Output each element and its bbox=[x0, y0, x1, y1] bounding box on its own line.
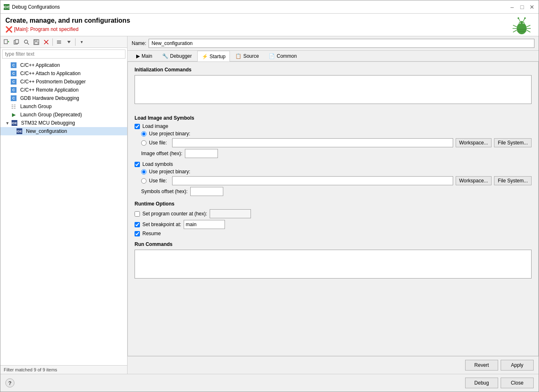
title-controls: – □ ✕ bbox=[509, 4, 535, 10]
header-title: Create, manage, and run configurations bbox=[5, 17, 534, 24]
use-file-symbols-label[interactable]: Use file: bbox=[149, 178, 170, 184]
tab-source[interactable]: 📋 Source bbox=[231, 51, 263, 61]
header-section: Create, manage, and run configurations ❌… bbox=[0, 14, 539, 36]
run-commands-textarea[interactable] bbox=[135, 250, 532, 279]
symbols-offset-row: Symbols offset (hex): bbox=[135, 187, 532, 196]
tree-item-stm32-label: STM32 MCU Debugging bbox=[21, 120, 75, 126]
image-offset-label: Image offset (hex): bbox=[141, 151, 182, 156]
use-project-binary-image-label[interactable]: Use project binary: bbox=[149, 131, 190, 137]
init-commands-textarea[interactable] bbox=[135, 75, 532, 104]
init-commands-section: Initialization Commands bbox=[135, 67, 532, 110]
tree-item-cpp-remote[interactable]: C C/C++ Remote Application bbox=[0, 86, 127, 94]
toolbar-separator-2 bbox=[75, 38, 76, 46]
load-image-row: Load image bbox=[135, 123, 532, 129]
maximize-button[interactable]: □ bbox=[519, 4, 525, 10]
load-symbols-checkbox[interactable] bbox=[135, 162, 140, 167]
tab-main-label: Main bbox=[142, 53, 152, 59]
bp-input[interactable] bbox=[184, 220, 225, 229]
tabs-bar: ▶ Main 🔧 Debugger ⚡ Startup 📋 Source 📄 bbox=[128, 51, 539, 61]
set-bp-label[interactable]: Set breakpoint at: bbox=[142, 222, 181, 227]
debug-configurations-window: IDE Debug Configurations – □ ✕ Create, m… bbox=[0, 0, 539, 392]
tab-main-icon: ▶ bbox=[136, 53, 140, 59]
help-button[interactable]: ? bbox=[5, 378, 14, 387]
apply-button[interactable]: Apply bbox=[501, 360, 534, 371]
tree-item-cpp-attach-label: C/C++ Attach to Application bbox=[20, 71, 80, 76]
tree-item-launch-group[interactable]: ☷ Launch Group bbox=[0, 102, 127, 111]
delete-button[interactable] bbox=[42, 38, 51, 47]
tree-item-launch-group-deprecated[interactable]: ▶ Launch Group (Deprecated) bbox=[0, 111, 127, 119]
svg-marker-32 bbox=[67, 41, 71, 43]
toolbar-separator-1 bbox=[52, 38, 53, 46]
filesystem-button-1[interactable]: File System... bbox=[494, 138, 532, 147]
stm32-icon: IDE bbox=[11, 120, 18, 126]
set-bp-checkbox[interactable] bbox=[135, 222, 140, 227]
tree-item-cpp-attach[interactable]: C C/C++ Attach to Application bbox=[0, 69, 127, 78]
use-file-image-label[interactable]: Use file: bbox=[149, 140, 170, 146]
minimize-button[interactable]: – bbox=[509, 4, 515, 10]
name-input[interactable] bbox=[149, 39, 534, 48]
tree-item-launch-group-label: Launch Group bbox=[20, 104, 52, 109]
symbols-offset-input[interactable] bbox=[190, 187, 223, 196]
collapse-button[interactable] bbox=[54, 38, 64, 47]
tab-common-label: Common bbox=[277, 53, 297, 59]
debug-button[interactable]: Debug bbox=[465, 378, 498, 388]
load-image-label[interactable]: Load image bbox=[142, 123, 168, 129]
load-symbols-label[interactable]: Load symbols bbox=[142, 161, 173, 167]
set-pc-row: Set program counter at (hex): bbox=[135, 209, 532, 218]
expand-button[interactable] bbox=[64, 38, 73, 47]
close-button-footer[interactable]: Close bbox=[501, 378, 534, 388]
resume-row: Resume bbox=[135, 231, 532, 236]
main-content: ▼ C C/C++ Application C C/C++ Attach to … bbox=[0, 36, 539, 374]
svg-line-3 bbox=[513, 25, 517, 27]
resume-label[interactable]: Resume bbox=[142, 231, 161, 236]
image-offset-row: Image offset (hex): bbox=[135, 149, 532, 158]
tab-startup-icon: ⚡ bbox=[202, 54, 208, 59]
close-button[interactable]: ✕ bbox=[529, 4, 535, 10]
file-symbols-input[interactable] bbox=[172, 176, 453, 185]
revert-button[interactable]: Revert bbox=[465, 360, 498, 371]
tree-item-new-config[interactable]: IDE New_configuration bbox=[0, 127, 127, 135]
tree-item-cpp-app[interactable]: C C/C++ Application bbox=[0, 61, 127, 69]
use-project-binary-image-radio[interactable] bbox=[141, 131, 147, 137]
sidebar-toolbar: ▼ bbox=[0, 36, 127, 48]
use-project-binary-symbols-radio[interactable] bbox=[141, 169, 147, 175]
new-config-button[interactable] bbox=[2, 38, 11, 47]
tab-common[interactable]: 📄 Common bbox=[264, 51, 301, 61]
search-button[interactable] bbox=[22, 38, 31, 47]
filter-status-text: Filter matched 9 of 9 items bbox=[4, 367, 57, 372]
new-config-tree-icon: IDE bbox=[16, 128, 23, 135]
tree-item-gdb[interactable]: C GDB Hardware Debugging bbox=[0, 94, 127, 102]
filesystem-button-2[interactable]: File System... bbox=[494, 176, 532, 185]
workspace-button-2[interactable]: Workspace... bbox=[456, 176, 492, 185]
file-image-input[interactable] bbox=[172, 138, 453, 147]
tree-item-cpp-app-label: C/C++ Application bbox=[20, 62, 60, 68]
use-file-image-radio[interactable] bbox=[141, 140, 147, 146]
save-button[interactable] bbox=[32, 38, 41, 47]
set-pc-label[interactable]: Set program counter at (hex): bbox=[142, 211, 207, 217]
workspace-button-1[interactable]: Workspace... bbox=[456, 138, 492, 147]
set-pc-checkbox[interactable] bbox=[135, 211, 140, 217]
tree-item-launch-deprecated-label: Launch Group (Deprecated) bbox=[20, 112, 82, 118]
tree-item-stm32[interactable]: ▼ IDE STM32 MCU Debugging bbox=[0, 119, 127, 127]
svg-point-12 bbox=[524, 17, 526, 19]
pc-input[interactable] bbox=[210, 209, 251, 218]
tree-item-cpp-postmortem[interactable]: C C/C++ Postmortem Debugger bbox=[0, 78, 127, 86]
use-file-symbols-radio[interactable] bbox=[141, 178, 147, 184]
filter-input[interactable] bbox=[2, 50, 125, 59]
tab-debugger[interactable]: 🔧 Debugger bbox=[158, 51, 196, 61]
stm32-expand-icon: ▼ bbox=[5, 121, 10, 125]
use-project-binary-symbols-row: Use project binary: bbox=[135, 169, 532, 175]
bottom-bar: Revert Apply bbox=[128, 356, 539, 374]
logo-area bbox=[511, 17, 532, 39]
svg-line-23 bbox=[27, 43, 29, 45]
tab-main[interactable]: ▶ Main bbox=[132, 51, 157, 61]
content-scroll-wrapper: Initialization Commands Load Image and S… bbox=[128, 61, 539, 356]
resume-checkbox[interactable] bbox=[135, 231, 140, 236]
use-project-binary-symbols-label[interactable]: Use project binary: bbox=[149, 169, 190, 175]
dropdown-button[interactable]: ▼ bbox=[77, 38, 86, 47]
tab-startup[interactable]: ⚡ Startup bbox=[197, 51, 230, 61]
duplicate-button[interactable] bbox=[12, 38, 21, 47]
load-image-checkbox[interactable] bbox=[135, 124, 140, 129]
content-inner: Initialization Commands Load Image and S… bbox=[128, 62, 538, 290]
image-offset-input[interactable] bbox=[185, 149, 218, 158]
